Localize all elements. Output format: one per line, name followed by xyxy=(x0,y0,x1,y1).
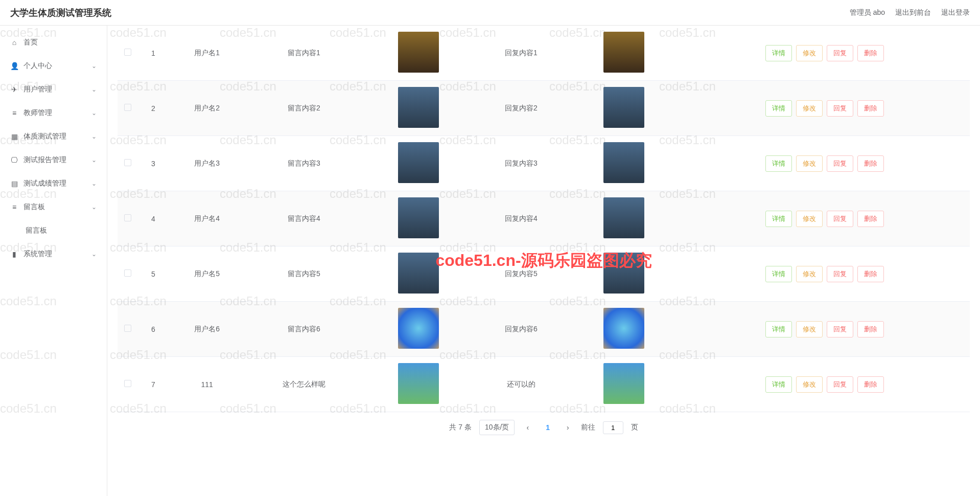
sidebar-item-messageboard[interactable]: ≡ 留言板 ⌄ xyxy=(0,195,107,219)
chevron-down-icon: ⌄ xyxy=(91,156,97,164)
edit-button[interactable]: 修改 xyxy=(796,266,823,282)
row-actions: 详情 修改 回复 删除 xyxy=(684,100,966,117)
reply-button[interactable]: 回复 xyxy=(827,45,853,61)
pagination-goto-suffix: 页 xyxy=(631,423,638,432)
pagination-prev[interactable]: ‹ xyxy=(522,423,533,432)
row-message: 留言内容5 xyxy=(245,246,362,302)
row-message-image xyxy=(398,142,439,183)
app-title: 大学生体质测试管理系统 xyxy=(10,7,111,19)
row-message: 留言内容6 xyxy=(245,302,362,357)
detail-button[interactable]: 详情 xyxy=(765,211,792,227)
row-checkbox[interactable] xyxy=(124,159,131,166)
detail-button[interactable]: 详情 xyxy=(765,266,792,282)
pagination-next[interactable]: › xyxy=(563,423,573,432)
pagination-total: 共 7 条 xyxy=(449,423,472,432)
row-index: 5 xyxy=(138,246,169,302)
delete-button[interactable]: 删除 xyxy=(857,321,884,337)
row-username: 用户名5 xyxy=(169,246,245,302)
reply-button[interactable]: 回复 xyxy=(827,266,853,282)
row-index: 3 xyxy=(138,136,169,191)
row-reply: 回复内容6 xyxy=(475,302,568,357)
detail-button[interactable]: 详情 xyxy=(765,155,792,172)
pagination-goto-prefix: 前往 xyxy=(581,423,595,432)
chevron-down-icon: ⌄ xyxy=(91,133,97,140)
sidebar-item-label: 首页 xyxy=(24,38,38,47)
reply-button[interactable]: 回复 xyxy=(827,211,853,227)
header-right: 管理员 abo 退出到前台 退出登录 xyxy=(850,8,970,17)
user-icon: 👤 xyxy=(10,62,18,70)
exit-front-link[interactable]: 退出到前台 xyxy=(895,8,931,17)
edit-button[interactable]: 修改 xyxy=(796,376,823,393)
delete-button[interactable]: 删除 xyxy=(857,155,884,172)
row-message-image xyxy=(398,197,439,238)
edit-button[interactable]: 修改 xyxy=(796,321,823,337)
sidebar-item-fitness-test[interactable]: ▦ 体质测试管理 ⌄ xyxy=(0,125,107,148)
logout-link[interactable]: 退出登录 xyxy=(941,8,970,17)
row-message-image xyxy=(398,308,439,349)
sidebar-item-label: 测试报告管理 xyxy=(24,155,66,165)
edit-button[interactable]: 修改 xyxy=(796,211,823,227)
home-icon: ⌂ xyxy=(10,38,18,47)
sidebar-item-label: 个人中心 xyxy=(24,61,52,71)
row-checkbox[interactable] xyxy=(124,49,131,56)
chevron-down-icon: ⌄ xyxy=(91,62,97,70)
row-checkbox[interactable] xyxy=(124,104,131,111)
sidebar: ⌂ 首页 👤 个人中心 ⌄ ✈ 用户管理 ⌄ ≡ 教师管理 ⌄ ▦ 体质测试管理… xyxy=(0,26,107,496)
row-username: 用户名2 xyxy=(169,81,245,136)
sidebar-item-home[interactable]: ⌂ 首页 xyxy=(0,31,107,54)
row-username: 用户名4 xyxy=(169,191,245,246)
row-actions: 详情 修改 回复 删除 xyxy=(684,376,966,393)
chevron-down-icon: ⌄ xyxy=(91,204,97,211)
row-checkbox[interactable] xyxy=(124,380,131,387)
sidebar-item-test-report[interactable]: 🖵 测试报告管理 ⌄ xyxy=(0,148,107,172)
sidebar-item-users[interactable]: ✈ 用户管理 ⌄ xyxy=(0,78,107,101)
delete-button[interactable]: 删除 xyxy=(857,100,884,117)
edit-button[interactable]: 修改 xyxy=(796,45,823,61)
detail-button[interactable]: 详情 xyxy=(765,100,792,117)
pagination-goto-input[interactable] xyxy=(603,421,623,434)
row-message-image xyxy=(398,363,439,404)
detail-button[interactable]: 详情 xyxy=(765,376,792,393)
reply-button[interactable]: 回复 xyxy=(827,321,853,337)
detail-button[interactable]: 详情 xyxy=(765,321,792,337)
row-checkbox[interactable] xyxy=(124,325,131,332)
admin-label[interactable]: 管理员 abo xyxy=(850,8,885,17)
row-message: 留言内容3 xyxy=(245,136,362,191)
edit-button[interactable]: 修改 xyxy=(796,155,823,172)
row-username: 用户名3 xyxy=(169,136,245,191)
row-checkbox[interactable] xyxy=(124,214,131,221)
row-actions: 详情 修改 回复 删除 xyxy=(684,45,966,61)
chart-icon: ▮ xyxy=(10,250,18,258)
row-message-image xyxy=(398,32,439,73)
file-icon: ▤ xyxy=(10,179,18,188)
delete-button[interactable]: 删除 xyxy=(857,376,884,393)
sidebar-item-system[interactable]: ▮ 系统管理 ⌄ xyxy=(0,242,107,266)
detail-button[interactable]: 详情 xyxy=(765,45,792,61)
row-reply: 回复内容4 xyxy=(475,191,568,246)
main-content: code51.cn-源码乐园盗图必究 1 用户名1 留言内容1 回复内容1 详情… xyxy=(107,26,980,496)
delete-button[interactable]: 删除 xyxy=(857,266,884,282)
row-reply: 回复内容2 xyxy=(475,81,568,136)
sidebar-item-profile[interactable]: 👤 个人中心 ⌄ xyxy=(0,54,107,78)
delete-button[interactable]: 删除 xyxy=(857,45,884,61)
sidebar-item-test-score[interactable]: ▤ 测试成绩管理 ⌄ xyxy=(0,172,107,195)
pagination-current[interactable]: 1 xyxy=(541,423,555,432)
sidebar-subitem-messageboard[interactable]: 留言板 xyxy=(0,219,107,242)
reply-button[interactable]: 回复 xyxy=(827,376,853,393)
row-index: 2 xyxy=(138,81,169,136)
sidebar-item-teachers[interactable]: ≡ 教师管理 ⌄ xyxy=(0,101,107,125)
delete-button[interactable]: 删除 xyxy=(857,211,884,227)
row-reply-image xyxy=(603,197,644,238)
sidebar-item-label: 系统管理 xyxy=(24,250,52,259)
reply-button[interactable]: 回复 xyxy=(827,100,853,117)
row-index: 1 xyxy=(138,26,169,81)
row-checkbox[interactable] xyxy=(124,269,131,277)
sidebar-item-label: 留言板 xyxy=(24,202,45,212)
chevron-down-icon: ⌄ xyxy=(91,180,97,187)
reply-button[interactable]: 回复 xyxy=(827,155,853,172)
edit-button[interactable]: 修改 xyxy=(796,100,823,117)
row-reply: 还可以的 xyxy=(475,357,568,412)
pagination-pagesize[interactable]: 10条/页 xyxy=(479,420,515,435)
row-index: 4 xyxy=(138,191,169,246)
table-row: 3 用户名3 留言内容3 回复内容3 详情 修改 回复 删除 xyxy=(118,136,970,191)
